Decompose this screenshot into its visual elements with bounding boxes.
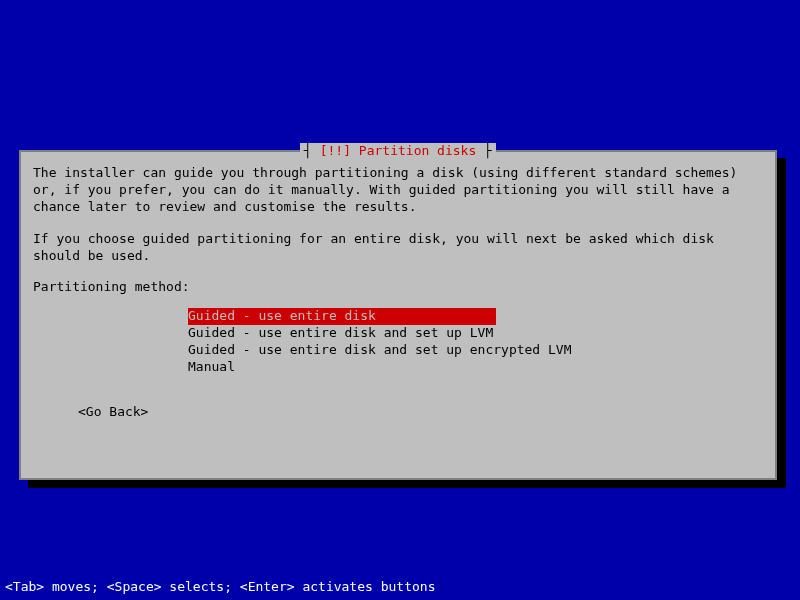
title-border-right: ├: [476, 143, 492, 158]
partition-dialog: ┤ [!!] Partition disks ├ The installer c…: [19, 150, 777, 480]
option-guided-lvm[interactable]: Guided - use entire disk and set up LVM: [188, 325, 493, 340]
option-manual[interactable]: Manual: [188, 359, 235, 374]
partitioning-method-prompt: Partitioning method:: [33, 279, 763, 296]
option-guided-entire-disk[interactable]: Guided - use entire disk: [188, 308, 496, 325]
option-guided-encrypted-lvm[interactable]: Guided - use entire disk and set up encr…: [188, 342, 572, 357]
go-back-button[interactable]: <Go Back>: [78, 404, 763, 419]
dialog-paragraph-2: If you choose guided partitioning for an…: [33, 231, 763, 265]
partitioning-options: Guided - use entire disk Guided - use en…: [188, 308, 763, 376]
title-border-left: ┤: [304, 143, 320, 158]
dialog-title: Partition disks: [351, 143, 476, 158]
dialog-paragraph-1: The installer can guide you through part…: [33, 165, 763, 216]
dialog-title-row: ┤ [!!] Partition disks ├: [21, 143, 775, 158]
title-marker: [!!]: [320, 143, 351, 158]
footer-hint: <Tab> moves; <Space> selects; <Enter> ac…: [5, 579, 435, 594]
